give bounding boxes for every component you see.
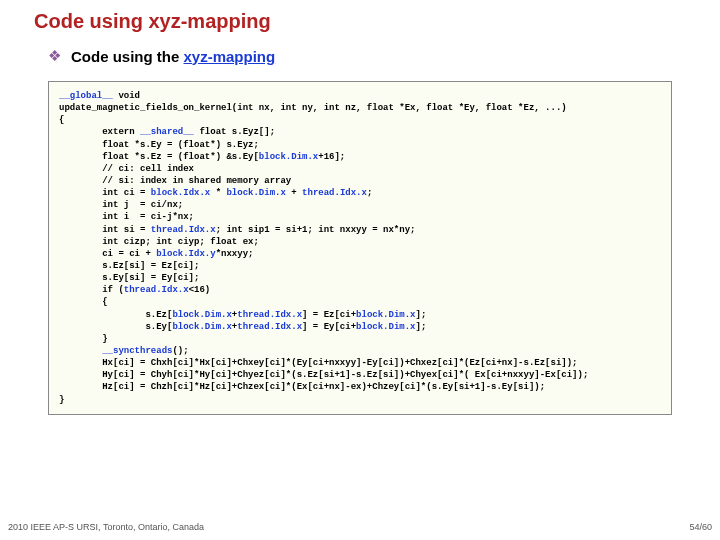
bullet-link: xyz-mapping	[184, 48, 276, 65]
bullet-text: Code using the xyz-mapping	[71, 48, 275, 65]
kw-global: __global__	[59, 91, 113, 101]
diamond-bullet-icon: ❖	[48, 47, 61, 65]
slide-title: Code using xyz-mapping	[34, 10, 690, 33]
footer-left: 2010 IEEE AP-S URSI, Toronto, Ontario, C…	[8, 522, 204, 532]
kw-shared: __shared__	[140, 127, 194, 137]
bullet-row: ❖ Code using the xyz-mapping	[48, 47, 690, 65]
kw-syncthreads: __syncthreads	[102, 346, 172, 356]
bullet-prefix: Code using the	[71, 48, 184, 65]
slide: Code using xyz-mapping ❖ Code using the …	[0, 0, 720, 540]
code-block: __global__ void update_magnetic_fields_o…	[48, 81, 672, 415]
footer-page-number: 54/60	[689, 522, 712, 532]
footer: 2010 IEEE AP-S URSI, Toronto, Ontario, C…	[8, 522, 712, 532]
